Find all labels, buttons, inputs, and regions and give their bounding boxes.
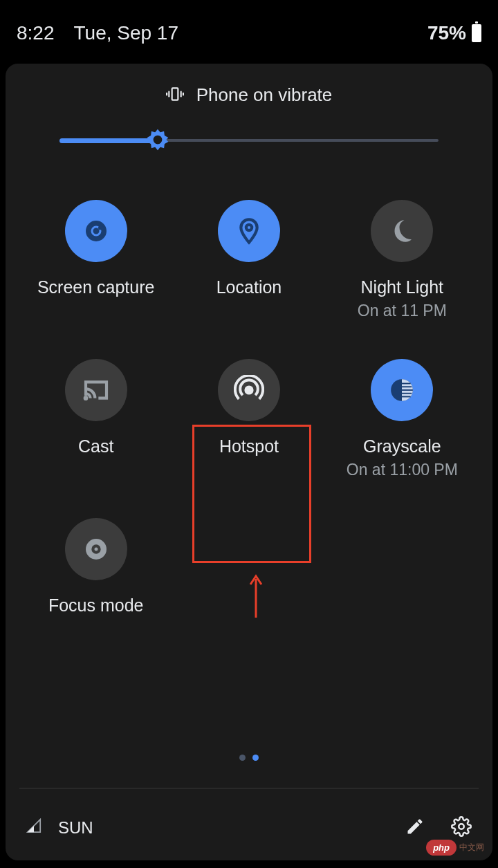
ringer-mode-row[interactable]: Phone on vibrate <box>6 84 492 106</box>
slider-track-active <box>59 138 158 143</box>
battery-percent: 75% <box>427 22 466 44</box>
page-dot <box>239 755 246 761</box>
location-icon <box>218 200 280 262</box>
page-indicator <box>6 755 492 761</box>
annotation-highlight-box <box>192 425 311 563</box>
status-left: 8:22 Tue, Sep 17 <box>17 22 178 44</box>
status-date: Tue, Sep 17 <box>74 22 179 44</box>
status-bar: 8:22 Tue, Sep 17 75% <box>0 0 498 58</box>
tile-label: Cast <box>78 436 113 456</box>
focus-icon <box>65 518 127 580</box>
tile-focus-mode[interactable]: Focus mode <box>19 518 172 616</box>
cast-icon <box>65 359 127 421</box>
tile-screen-capture[interactable]: Screen capture <box>19 200 172 320</box>
tile-label: Screen capture <box>37 277 155 297</box>
status-time: 8:22 <box>17 22 55 44</box>
watermark-text: 中文网 <box>459 842 484 853</box>
brightness-slider[interactable] <box>59 131 439 150</box>
svg-rect-0 <box>172 88 178 100</box>
carrier-label: SUN <box>58 818 93 838</box>
camera-icon <box>65 200 127 262</box>
tile-sublabel: On at 11:00 PM <box>347 461 458 479</box>
tile-label: Night Light <box>361 277 444 297</box>
watermark-logo: php <box>426 840 456 856</box>
tile-label: Focus mode <box>48 595 144 616</box>
slider-track-inactive <box>158 139 439 142</box>
watermark: php 中文网 <box>426 840 484 856</box>
carrier-info: SUN <box>26 818 93 838</box>
svg-point-11 <box>246 387 252 393</box>
tile-grayscale[interactable]: Grayscale On at 11:00 PM <box>326 359 479 479</box>
slider-thumb[interactable] <box>146 128 169 151</box>
hotspot-icon <box>218 359 280 421</box>
svg-point-7 <box>86 222 105 241</box>
svg-point-20 <box>94 548 98 551</box>
page-dot-active <box>252 755 259 761</box>
svg-point-24 <box>459 824 464 829</box>
tile-sublabel: On at 11 PM <box>358 302 447 320</box>
footer-actions <box>405 816 472 840</box>
svg-point-10 <box>246 225 252 230</box>
battery-icon <box>472 24 481 42</box>
tile-cast[interactable]: Cast <box>19 359 172 479</box>
tile-night-light[interactable]: Night Light On at 11 PM <box>326 200 479 320</box>
svg-point-9 <box>99 227 101 229</box>
vibrate-icon <box>166 85 184 106</box>
annotation-arrow-up-icon <box>248 572 264 623</box>
divider <box>19 788 479 788</box>
ringer-mode-label: Phone on vibrate <box>196 84 333 106</box>
edit-button[interactable] <box>405 817 425 839</box>
tile-label: Location <box>216 277 282 297</box>
tile-location[interactable]: Location <box>172 200 325 320</box>
signal-icon <box>26 818 42 838</box>
quick-settings-panel: Phone on vibrate Screen capture <box>6 64 492 860</box>
moon-icon <box>371 200 433 262</box>
grayscale-icon <box>371 359 433 421</box>
footer-bar: SUN <box>26 816 472 840</box>
svg-point-6 <box>153 135 163 145</box>
status-right: 75% <box>427 22 481 44</box>
tile-label: Grayscale <box>363 436 441 456</box>
settings-button[interactable] <box>451 816 472 840</box>
